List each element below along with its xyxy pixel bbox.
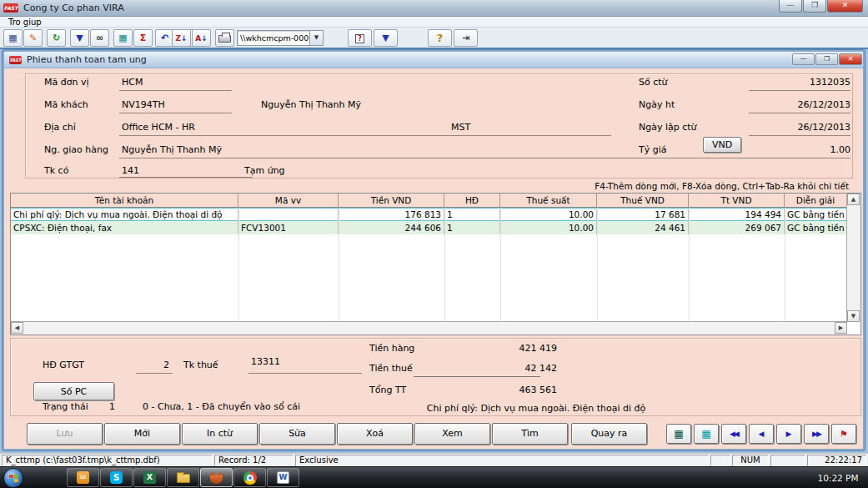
tk-thue-field[interactable]: 13311 (251, 356, 280, 367)
flag-icon: ⚑ (840, 429, 848, 440)
ng-giao-hang-field[interactable]: Nguyễn Thị Thanh Mỹ (122, 144, 222, 155)
grid-cell[interactable]: 24 461 (597, 221, 689, 234)
ty-gia-field[interactable]: 1.00 (749, 144, 850, 155)
taskbar-word-button[interactable]: W (267, 468, 299, 487)
grid-cell[interactable]: GC bằng tiền >< VF (785, 221, 847, 234)
print-icon[interactable] (215, 29, 234, 47)
find-binoculars-icon[interactable]: ∞ (90, 29, 109, 47)
chevron-down-icon[interactable]: ▼ (309, 31, 323, 45)
taskbar-excel-button[interactable]: X (133, 468, 166, 487)
calculator-icon[interactable]: ▦ (113, 29, 133, 47)
grid-header-cell[interactable]: Thuế VND (597, 194, 689, 207)
last-record-button[interactable]: ▶▶ (804, 424, 829, 444)
ma-don-vi-field[interactable]: HCM (122, 77, 143, 88)
restore-icon[interactable]: ❒ (803, 0, 826, 13)
so-pc-button[interactable]: Số PC (33, 382, 114, 400)
sum-sigma-icon[interactable]: Σ (133, 29, 153, 47)
exit-icon[interactable]: ⇥ (454, 29, 478, 47)
tim-button[interactable]: Tìm (492, 423, 568, 445)
horizontal-scrollbar[interactable]: ◀ ▶ (11, 321, 847, 335)
hd-gtgt-field[interactable]: 2 (136, 360, 169, 370)
first-record-button[interactable]: ◀◀ (721, 424, 746, 444)
in-ctu-button[interactable]: In ctừ (182, 423, 258, 445)
taskbar-mail-button[interactable]: ✉ (67, 468, 99, 487)
xem-button[interactable]: Xem (414, 423, 490, 445)
grid-cell[interactable]: 269 067 (689, 221, 785, 234)
close-icon[interactable]: ✕ (827, 0, 863, 13)
xoa-button[interactable]: Xoá (337, 423, 413, 445)
grid-cell[interactable]: 10.00 (500, 221, 597, 234)
vertical-scrollbar[interactable]: ▲ ▼ (846, 194, 860, 322)
child-minimize-icon[interactable]: — (792, 53, 815, 65)
grid-cell[interactable]: 244 606 (339, 221, 444, 234)
scroll-right-icon[interactable]: ▶ (835, 322, 847, 334)
grid-cell[interactable]: FCV13001 (238, 221, 339, 234)
table-row[interactable]: CPSXC: Điện thoại, fax FCV13001 244 606 … (11, 221, 847, 234)
moi-button[interactable]: Mới (104, 423, 180, 445)
sua-button[interactable]: Sửa (259, 423, 335, 445)
currency-button[interactable]: VND (703, 137, 741, 153)
filter-icon[interactable]: ▼ (70, 29, 89, 47)
grid-header-cell[interactable]: Diễn giải (785, 194, 847, 207)
grid-cell[interactable] (238, 208, 339, 221)
taskbar-chrome-button[interactable] (233, 468, 266, 487)
sort-asc-icon[interactable]: A↓ (192, 29, 211, 47)
table-row[interactable]: Chi phí qlý: Dịch vụ mua ngoài. Điện tho… (11, 208, 847, 221)
status-mode: Exclusive (295, 455, 709, 466)
menu-help[interactable]: Tro giup (5, 17, 45, 28)
taskbar: ✉ S X W ⚠ ! ⚑× V ◷ ◀ 10:22 PM (0, 466, 868, 488)
grid-cell[interactable]: 176 813 (339, 208, 444, 221)
ngay-ht-field[interactable]: 26/12/2013 (749, 99, 850, 110)
records-icon[interactable]: ▦ (3, 29, 23, 47)
card-view-button[interactable]: ▦ (666, 424, 691, 444)
edit-brush-icon[interactable]: ✎ (23, 29, 43, 47)
grid-cell[interactable]: 1 (444, 208, 500, 221)
grid-header-cell[interactable]: Thuế suất (500, 194, 597, 207)
grid-header-cell[interactable]: Mã vv (238, 194, 339, 207)
scroll-left-icon[interactable]: ◀ (11, 322, 23, 334)
taskbar-clock[interactable]: 10:22 PM (813, 467, 863, 488)
printer-dropdown[interactable]: \\wkhcmcpm-0003\Pinte ▼ (237, 30, 324, 46)
grid-cell[interactable]: 10.00 (500, 208, 597, 221)
grid-cell[interactable]: GC bằng tiền >< VF (785, 208, 847, 221)
child-close-icon[interactable]: ✕ (839, 53, 862, 65)
fast-logo-icon: FAST (9, 56, 22, 64)
flag-button[interactable]: ⚑ (831, 424, 856, 444)
child-restore-icon[interactable]: ❒ (815, 53, 838, 65)
ngay-lap-field[interactable]: 26/12/2013 (749, 122, 850, 133)
taskbar-explorer-button[interactable] (167, 468, 199, 487)
grid-header-cell[interactable]: Tiền VND (339, 194, 444, 207)
quay-ra-button[interactable]: Quay ra (571, 423, 647, 445)
calculator-button[interactable]: ▦ (694, 424, 719, 444)
dia-chi-field[interactable]: Office HCM - HR (122, 122, 195, 133)
scroll-down-icon[interactable]: ▼ (847, 310, 860, 322)
status-num-lock: NUM (732, 455, 769, 466)
context-help-icon[interactable]: ? (348, 29, 372, 47)
grid-cell[interactable]: 17 681 (597, 208, 689, 221)
grid-cell[interactable]: 194 494 (689, 208, 785, 221)
next-record-button[interactable]: ▶ (776, 424, 801, 444)
help-icon[interactable]: ? (428, 29, 452, 47)
grid-header-cell[interactable]: HĐ (444, 194, 500, 207)
trang-thai-field[interactable]: 1 (109, 401, 115, 412)
scroll-up-icon[interactable]: ▲ (847, 194, 860, 205)
minimize-icon[interactable]: — (779, 0, 802, 13)
taskbar-skype-button[interactable]: S (100, 468, 133, 487)
menubar: Tro giup (0, 17, 868, 28)
prev-record-button[interactable]: ◀ (749, 424, 774, 444)
refresh-icon[interactable]: ↻ (47, 29, 66, 47)
sort-desc-icon[interactable]: Z↓ (172, 29, 191, 47)
tk-co-field[interactable]: 141 (122, 165, 139, 176)
grid-header-cell[interactable]: Tt VND (689, 194, 785, 207)
field-underline (749, 90, 850, 91)
ma-khach-field[interactable]: NV194TH (122, 99, 165, 110)
taskbar-foxpro-button[interactable] (200, 468, 233, 487)
luu-button[interactable]: Lưu (27, 423, 103, 445)
start-button[interactable] (3, 468, 23, 488)
grid-cell[interactable]: 1 (444, 221, 500, 234)
filter-2-icon[interactable]: ▼ (374, 29, 398, 47)
grid-cell[interactable]: CPSXC: Điện thoại, fax (11, 221, 238, 234)
grid-cell[interactable]: Chi phí qlý: Dịch vụ mua ngoài. Điện tho… (11, 208, 238, 221)
so-ctu-field[interactable]: 1312035 (749, 77, 850, 88)
grid-header-cell[interactable]: Tên tài khoản (11, 194, 238, 207)
